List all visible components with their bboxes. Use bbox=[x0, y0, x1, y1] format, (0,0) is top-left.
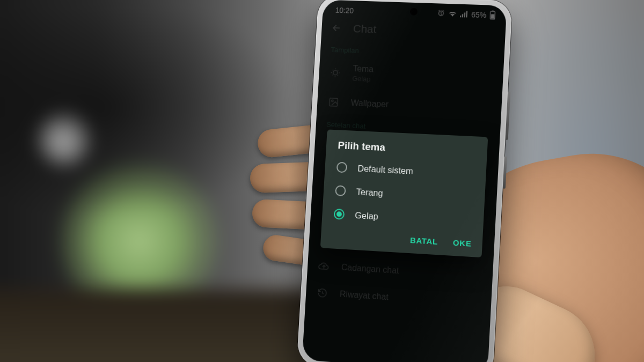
option-label: Terang bbox=[356, 187, 383, 198]
phone-screen: 10:20 65% bbox=[302, 0, 507, 362]
ok-button[interactable]: OKE bbox=[452, 238, 472, 248]
option-label: Gelap bbox=[355, 210, 379, 221]
photo-scene: 10:20 65% bbox=[0, 0, 644, 362]
cancel-button[interactable]: BATAL bbox=[410, 235, 438, 246]
radio-icon bbox=[336, 162, 348, 173]
radio-icon bbox=[335, 185, 346, 196]
option-label: Default sistem bbox=[357, 163, 413, 176]
radio-icon bbox=[334, 209, 345, 220]
theme-dialog: Pilih tema Default sistem Terang Gelap bbox=[320, 129, 488, 257]
phone: 10:20 65% bbox=[296, 0, 513, 362]
